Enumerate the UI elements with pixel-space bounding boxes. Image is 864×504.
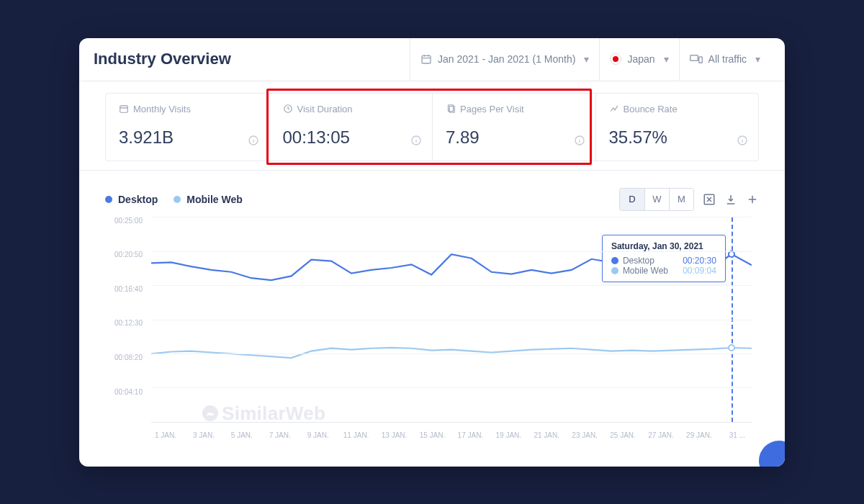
kpi-value: 7.89 <box>446 127 582 148</box>
kpi-visit-duration: Visit Duration 00:13:05 <box>269 94 433 161</box>
date-range-label: Jan 2021 - Jan 2021 (1 Month) <box>438 53 575 65</box>
plus-icon[interactable] <box>746 193 759 206</box>
info-icon[interactable] <box>248 135 259 146</box>
y-tick: 00:25:00 <box>105 217 143 225</box>
download-icon[interactable] <box>724 193 737 206</box>
y-tick: 00:16:40 <box>105 285 143 293</box>
granularity-switch: D W M <box>619 188 694 211</box>
export-excel-icon[interactable] <box>703 193 716 206</box>
x-tick: 11 JAN. <box>342 431 371 447</box>
series-line <box>151 347 752 357</box>
kpi-pages-per-visit: Pages Per Visit 7.89 <box>432 94 595 161</box>
x-axis: 1 JAN.3 JAN.5 JAN.7 JAN.9 JAN.11 JAN.13 … <box>151 426 752 447</box>
svg-rect-0 <box>422 55 431 63</box>
kpi-label: Bounce Rate <box>609 104 746 114</box>
chevron-down-icon: ▾ <box>664 53 669 65</box>
chevron-down-icon: ▾ <box>584 53 589 65</box>
chart-legend: Desktop Mobile Web <box>105 194 243 205</box>
chart-tooltip: Saturday, Jan 30, 2021 Desktop 00:20:30 … <box>602 235 726 282</box>
x-tick: 5 JAN. <box>228 431 256 447</box>
chart-hover-point-mobile <box>728 344 735 351</box>
x-tick: 15 JAN. <box>418 431 446 447</box>
kpi-label: Pages Per Visit <box>446 104 582 114</box>
calendar-icon <box>420 53 432 65</box>
info-icon[interactable] <box>574 135 585 146</box>
clock-icon <box>283 104 293 114</box>
info-icon[interactable] <box>410 135 422 146</box>
traffic-label: All traffic <box>708 53 747 65</box>
chart-toolbar: D W M <box>619 188 759 211</box>
granularity-week[interactable]: W <box>644 189 669 210</box>
dot-icon <box>105 196 112 203</box>
country-filter[interactable]: Japan ▾ <box>599 38 678 81</box>
x-tick: 27 JAN. <box>647 431 675 447</box>
x-tick: 7 JAN. <box>266 431 294 447</box>
svg-rect-2 <box>698 57 702 63</box>
legend-desktop[interactable]: Desktop <box>105 194 158 205</box>
kpi-value: 3.921B <box>119 127 256 148</box>
svg-rect-3 <box>120 106 128 112</box>
x-tick: 3 JAN. <box>189 431 218 447</box>
x-tick: 19 JAN. <box>494 431 523 447</box>
x-tick: 13 JAN. <box>380 431 409 447</box>
dot-icon <box>174 196 181 203</box>
chevron-down-icon: ▾ <box>755 53 760 65</box>
y-tick: 00:08:20 <box>105 354 143 361</box>
dot-icon <box>611 257 618 264</box>
filter-group: Jan 2021 - Jan 2021 (1 Month) ▾ Japan ▾ … <box>410 38 770 81</box>
page-title: Industry Overview <box>94 50 410 68</box>
x-tick: 25 JAN. <box>608 431 637 447</box>
date-range-filter[interactable]: Jan 2021 - Jan 2021 (1 Month) ▾ <box>410 38 599 81</box>
x-tick: 23 JAN. <box>570 431 599 447</box>
country-label: Japan <box>627 53 654 65</box>
svg-rect-1 <box>690 55 698 61</box>
gridline <box>151 320 752 320</box>
tooltip-row-desktop: Desktop 00:20:30 <box>611 256 716 266</box>
legend-mobile-web[interactable]: Mobile Web <box>174 194 243 205</box>
kpi-monthly-visits: Monthly Visits 3.921B <box>106 94 269 161</box>
calendar-icon <box>119 104 129 114</box>
x-tick: 1 JAN. <box>151 431 180 447</box>
chart-plot: SimilarWeb Saturday, Jan 30, 2021 Deskto… <box>151 217 752 423</box>
dashboard-card: Industry Overview Jan 2021 - Jan 2021 (1… <box>79 38 785 467</box>
devices-icon <box>690 53 703 65</box>
dot-icon <box>611 267 618 274</box>
kpi-label: Monthly Visits <box>119 104 256 114</box>
chart-header: Desktop Mobile Web D W M <box>105 176 759 217</box>
tooltip-row-mobile: Mobile Web 00:09:04 <box>611 266 716 276</box>
granularity-day[interactable]: D <box>620 189 644 210</box>
y-tick: 00:04:10 <box>105 388 143 396</box>
kpi-bounce-rate: Bounce Rate 35.57% <box>595 94 759 161</box>
pages-icon <box>446 104 456 114</box>
gridline <box>151 251 752 252</box>
kpi-section: Monthly Visits 3.921B Visit Duration 00:… <box>79 81 785 166</box>
tooltip-date: Saturday, Jan 30, 2021 <box>611 241 716 251</box>
y-tick: 00:12:30 <box>105 319 143 327</box>
x-tick: 17 JAN. <box>456 431 485 447</box>
kpi-row: Monthly Visits 3.921B Visit Duration 00:… <box>105 93 759 161</box>
chart-panel: Desktop Mobile Web D W M <box>79 170 785 456</box>
info-icon[interactable] <box>737 135 748 146</box>
x-tick: 29 JAN. <box>685 431 714 447</box>
gridline <box>151 387 752 388</box>
kpi-value: 00:13:05 <box>283 127 420 148</box>
y-tick: 00:20:50 <box>105 251 143 258</box>
bounce-icon <box>609 104 619 114</box>
y-axis: 00:25:0000:20:5000:16:4000:12:3000:08:20… <box>105 217 148 423</box>
kpi-value: 35.57% <box>609 127 746 148</box>
chart-area[interactable]: 00:25:0000:20:5000:16:4000:12:3000:08:20… <box>105 217 759 447</box>
traffic-filter[interactable]: All traffic ▾ <box>679 38 770 81</box>
x-tick: 31 ... <box>723 431 752 447</box>
kpi-label: Visit Duration <box>283 104 420 114</box>
gridline <box>151 285 752 286</box>
gridline <box>151 354 752 354</box>
japan-flag-icon <box>610 53 621 65</box>
header-bar: Industry Overview Jan 2021 - Jan 2021 (1… <box>79 38 785 81</box>
x-tick: 21 JAN. <box>532 431 561 447</box>
granularity-month[interactable]: M <box>669 189 693 210</box>
x-tick: 9 JAN. <box>304 431 333 447</box>
